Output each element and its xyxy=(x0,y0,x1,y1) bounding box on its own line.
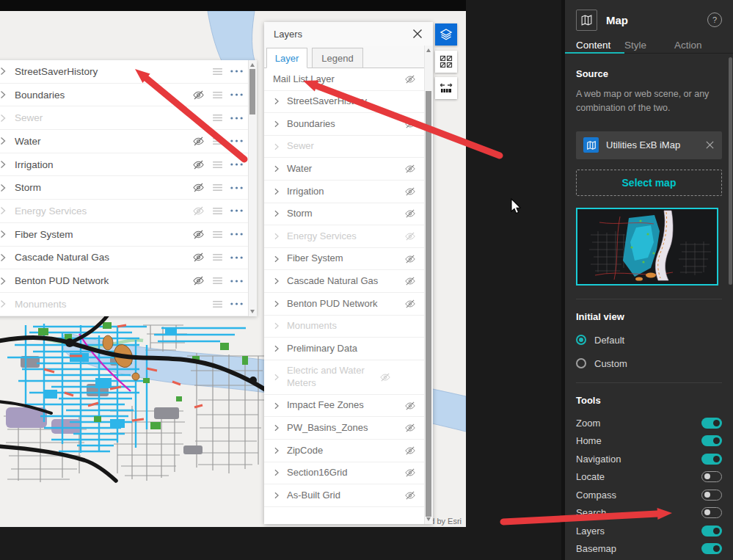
radio-selected-icon[interactable] xyxy=(576,335,586,345)
layers-panel-row-as-built-grid[interactable]: As-Built Grid xyxy=(264,484,425,507)
visibility-off-icon[interactable] xyxy=(401,445,416,457)
visibility-off-icon[interactable] xyxy=(401,230,416,242)
options-ellipsis-icon[interactable] xyxy=(227,88,246,101)
tab-content[interactable]: Content xyxy=(565,40,624,54)
layers-tool-button[interactable] xyxy=(435,23,457,46)
layer-row-benton-pud-network[interactable]: Benton PUD Network xyxy=(0,269,249,293)
toggle-locate[interactable] xyxy=(701,471,722,482)
layers-panel-row-cascade-natural-gas[interactable]: Cascade Natural Gas xyxy=(264,270,425,293)
remove-map-icon[interactable] xyxy=(705,140,715,150)
chevron-right-icon[interactable] xyxy=(0,137,7,145)
options-ellipsis-icon[interactable] xyxy=(227,251,246,264)
options-ellipsis-icon[interactable] xyxy=(227,274,246,288)
map-widget[interactable]: d by Esri StreetSaverHistoryBoundariesSe… xyxy=(0,11,466,527)
scroll-down-icon[interactable] xyxy=(426,517,431,521)
chevron-right-icon[interactable] xyxy=(273,447,280,454)
drag-handle-icon[interactable] xyxy=(208,228,227,241)
chevron-right-icon[interactable] xyxy=(273,255,280,263)
layer-row-streetsaverhistory[interactable]: StreetSaverHistory xyxy=(0,60,249,84)
visibility-off-icon[interactable] xyxy=(401,422,416,434)
layer-row-fiber-system[interactable]: Fiber System xyxy=(0,223,249,247)
scroll-down-icon[interactable] xyxy=(250,310,255,313)
visibility-off-icon[interactable] xyxy=(189,274,208,288)
chevron-right-icon[interactable] xyxy=(273,210,280,217)
help-icon[interactable]: ? xyxy=(707,12,722,27)
visibility-off-icon[interactable] xyxy=(401,163,416,175)
layers-panel-row-storm[interactable]: Storm xyxy=(264,203,425,226)
toggle-home[interactable] xyxy=(701,435,722,446)
layers-panel-row-electric-and-water-meters[interactable]: Electric and Water Meters xyxy=(264,360,425,395)
chevron-right-icon[interactable] xyxy=(273,424,280,432)
drag-handle-icon[interactable] xyxy=(208,251,227,264)
toggle-basemap[interactable] xyxy=(701,543,722,554)
tab-layer[interactable]: Layer xyxy=(266,48,307,68)
chevron-right-icon[interactable] xyxy=(273,402,280,410)
chevron-right-icon[interactable] xyxy=(273,165,280,172)
layer-row-storm[interactable]: Storm xyxy=(0,176,249,200)
tab-action[interactable]: Action xyxy=(674,40,718,53)
visibility-off-icon[interactable] xyxy=(401,298,416,310)
layer-row-boundaries[interactable]: Boundaries xyxy=(0,84,249,107)
drag-handle-icon[interactable] xyxy=(208,65,227,78)
drag-handle-icon[interactable] xyxy=(208,204,227,217)
selected-map-chip[interactable]: Utilities ExB iMap xyxy=(576,131,722,159)
visibility-off-icon[interactable] xyxy=(189,228,208,241)
chevron-right-icon[interactable] xyxy=(0,253,7,262)
toggle-compass[interactable] xyxy=(701,490,722,501)
layers-panel-row-irrigation[interactable]: Irrigation xyxy=(264,181,425,203)
drag-handle-icon[interactable] xyxy=(208,297,227,310)
chevron-right-icon[interactable] xyxy=(273,469,280,476)
chevron-right-icon[interactable] xyxy=(273,143,280,150)
options-ellipsis-icon[interactable] xyxy=(227,134,246,148)
layer-row-energy-services[interactable]: Energy Services xyxy=(0,200,249,223)
toggle-navigation[interactable] xyxy=(701,454,722,465)
visibility-off-icon[interactable] xyxy=(189,204,208,217)
chevron-right-icon[interactable] xyxy=(273,188,280,195)
measure-tool-button[interactable] xyxy=(435,77,457,99)
left-scrollbar-thumb[interactable] xyxy=(249,69,255,114)
toggle-zoom[interactable] xyxy=(701,418,722,429)
toggle-search[interactable] xyxy=(701,507,722,518)
chevron-right-icon[interactable] xyxy=(273,492,280,499)
close-icon[interactable] xyxy=(412,28,423,40)
chevron-right-icon[interactable] xyxy=(0,277,7,286)
chevron-right-icon[interactable] xyxy=(0,90,7,99)
layer-row-water[interactable]: Water xyxy=(0,130,249,153)
options-ellipsis-icon[interactable] xyxy=(227,228,246,241)
drag-handle-icon[interactable] xyxy=(208,158,227,171)
visibility-off-icon[interactable] xyxy=(401,490,416,501)
options-ellipsis-icon[interactable] xyxy=(227,181,246,194)
drag-handle-icon[interactable] xyxy=(208,181,227,194)
layers-panel-row-sewer[interactable]: Sewer xyxy=(264,136,425,159)
layers-panel-row-streetsaverhistory[interactable]: StreetSaverHistory xyxy=(264,91,425,114)
chevron-right-icon[interactable] xyxy=(0,299,7,308)
options-ellipsis-icon[interactable] xyxy=(227,297,246,310)
options-ellipsis-icon[interactable] xyxy=(227,204,246,217)
layers-panel-row-energy-services[interactable]: Energy Services xyxy=(264,225,425,248)
layers-panel-row-mail-list-layer[interactable]: Mail List Layer xyxy=(264,68,425,91)
visibility-off-icon[interactable] xyxy=(401,73,416,85)
visibility-off-icon[interactable] xyxy=(189,181,208,194)
visibility-off-icon[interactable] xyxy=(189,158,208,171)
chevron-right-icon[interactable] xyxy=(273,277,280,285)
map-thumbnail[interactable] xyxy=(576,208,718,286)
chevron-right-icon[interactable] xyxy=(0,114,7,123)
chevron-right-icon[interactable] xyxy=(273,120,280,128)
chevron-right-icon[interactable] xyxy=(273,345,280,352)
basemap-tool-button[interactable] xyxy=(435,51,457,73)
chevron-right-icon[interactable] xyxy=(0,230,7,239)
layers-panel-row-water[interactable]: Water xyxy=(264,158,425,181)
layers-panel-row-fiber-system[interactable]: Fiber System xyxy=(264,248,425,271)
chevron-right-icon[interactable] xyxy=(273,374,280,381)
visibility-off-icon[interactable] xyxy=(401,118,416,130)
visibility-off-icon[interactable] xyxy=(401,186,416,197)
options-ellipsis-icon[interactable] xyxy=(227,112,246,125)
chevron-right-icon[interactable] xyxy=(273,233,280,240)
chevron-right-icon[interactable] xyxy=(0,67,7,76)
layer-row-cascade-natural-gas[interactable]: Cascade Natural Gas xyxy=(0,247,249,270)
visibility-off-icon[interactable] xyxy=(401,467,416,479)
tab-style[interactable]: Style xyxy=(624,40,674,53)
toggle-layers[interactable] xyxy=(701,526,722,537)
visibility-off-icon[interactable] xyxy=(401,208,416,219)
visibility-off-icon[interactable] xyxy=(189,251,208,264)
